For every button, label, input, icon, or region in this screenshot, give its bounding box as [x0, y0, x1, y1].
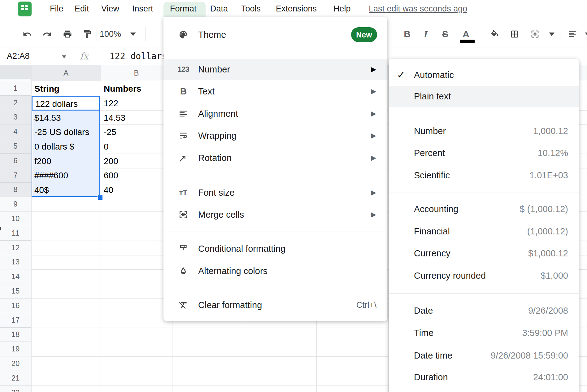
cell-A1[interactable]: String — [32, 81, 100, 96]
cell-B6[interactable]: 200 — [101, 154, 172, 168]
row-header-8[interactable]: 8 — [0, 183, 31, 197]
cell-B3[interactable]: 14.53 — [101, 111, 172, 125]
merge-cells-button[interactable] — [527, 26, 543, 42]
cell-A5[interactable]: 0 dollars $ — [32, 139, 100, 154]
submenu-item-number[interactable]: Number 1,000.12 — [389, 120, 579, 142]
row-header-2[interactable]: 2 — [0, 96, 31, 110]
submenu-item-date-time[interactable]: Date time 9/26/2008 15:59:00 — [389, 345, 579, 366]
menu-extensions[interactable]: Extensions — [276, 0, 317, 18]
menu-item-alignment[interactable]: Alignment ▶ — [163, 103, 387, 124]
menu-file[interactable]: File — [50, 0, 63, 18]
submenu-item-percent[interactable]: Percent 10.12% — [389, 142, 579, 163]
menu-tools[interactable]: Tools — [241, 0, 261, 18]
cell-B5[interactable]: 0 — [101, 139, 172, 154]
row-header-10[interactable]: 10 — [0, 211, 31, 226]
menu-edit[interactable]: Edit — [75, 0, 89, 18]
row-header-21[interactable]: 21 — [0, 371, 31, 385]
submenu-item-label: Currency — [414, 248, 450, 259]
menu-item-text[interactable]: B Text ▶ — [163, 81, 387, 102]
row-header-20[interactable]: 20 — [0, 356, 31, 371]
fill-handle[interactable] — [98, 195, 103, 200]
name-box[interactable]: A2:A8 — [7, 47, 30, 65]
row-header-14[interactable]: 14 — [0, 269, 31, 284]
cell-A7[interactable]: ####600 — [32, 168, 100, 183]
fill-color-button[interactable] — [487, 26, 503, 42]
cell-B7[interactable]: 600 — [101, 168, 172, 183]
menu-item-merge-cells[interactable]: Merge cells ▶ — [163, 204, 387, 225]
row-header-7[interactable]: 7 — [0, 168, 31, 183]
redo-button[interactable] — [39, 26, 55, 42]
row-header-12[interactable]: 12 — [0, 241, 31, 255]
column-header-b[interactable]: B — [101, 65, 172, 81]
cell-B2[interactable]: 122 — [101, 96, 172, 111]
cell-A3[interactable]: $14.53 — [32, 111, 100, 125]
last-edit-status[interactable]: Last edit was seconds ago — [369, 0, 467, 18]
format-example: 10.12% — [538, 148, 568, 158]
chevron-down-icon — [585, 33, 587, 36]
merge-dropdown-button[interactable] — [544, 26, 560, 42]
menu-item-number[interactable]: 123 Number ▶ — [163, 59, 387, 80]
zoom-dropdown-button[interactable] — [125, 26, 141, 42]
row-header-11[interactable]: 11 — [0, 226, 31, 241]
column-header-a[interactable]: A — [31, 65, 101, 81]
name-box-dropdown[interactable] — [62, 54, 66, 59]
menu-view[interactable]: View — [101, 0, 119, 18]
strikethrough-button[interactable]: S — [437, 26, 453, 42]
menu-help[interactable]: Help — [333, 0, 351, 18]
submenu-item-date[interactable]: Date 9/26/2008 — [389, 300, 579, 321]
formula-input[interactable]: 122 dollars — [110, 47, 167, 65]
italic-button[interactable]: I — [418, 26, 434, 42]
align-dropdown-button[interactable] — [580, 26, 587, 42]
menu-item-rotation[interactable]: Rotation ▶ — [163, 147, 387, 168]
menu-item-conditional-formatting[interactable]: Conditional formatting — [163, 238, 387, 259]
cell-A2-active-text[interactable]: 122 dollars — [33, 97, 99, 111]
row-header-22[interactable]: 22 — [0, 385, 31, 392]
submenu-item-plain-text[interactable]: Plain text — [389, 86, 579, 107]
row-header-16[interactable]: 16 — [0, 298, 31, 313]
row-header-1[interactable]: 1 — [0, 81, 31, 96]
submenu-item-time[interactable]: Time 3:59:00 PM — [389, 322, 579, 343]
sheets-logo-icon[interactable] — [18, 2, 32, 16]
row-header-4[interactable]: 4 — [0, 124, 31, 139]
menu-item-alternating-colors[interactable]: Alternating colors — [163, 260, 387, 281]
row-header-3[interactable]: 3 — [0, 110, 31, 125]
zoom-select[interactable]: 100% — [100, 26, 121, 42]
row-header-13[interactable]: 13 — [0, 255, 31, 270]
menu-data[interactable]: Data — [210, 0, 228, 18]
borders-button[interactable] — [507, 26, 523, 42]
menu-insert[interactable]: Insert — [132, 0, 153, 18]
font-size-icon: ᴛT — [176, 186, 190, 199]
menu-item-wrapping[interactable]: Wrapping ▶ — [163, 125, 387, 146]
submenu-item-scientific[interactable]: Scientific 1.01E+03 — [389, 165, 579, 186]
horizontal-align-button[interactable] — [565, 26, 581, 42]
submenu-item-automatic[interactable]: ✓ Automatic — [389, 64, 579, 85]
paint-format-button[interactable] — [79, 26, 95, 42]
print-button[interactable] — [59, 26, 76, 42]
submenu-item-accounting[interactable]: Accounting $ (1,000.12) — [389, 198, 579, 220]
bold-button[interactable]: B — [399, 26, 415, 42]
select-all-corner[interactable] — [0, 65, 31, 79]
cell-A6[interactable]: f200 — [32, 154, 100, 168]
submenu-item-currency[interactable]: Currency $1,000.12 — [389, 243, 579, 264]
row-header-15[interactable]: 15 — [0, 284, 31, 298]
cell-A4[interactable]: -25 US dollars — [32, 125, 100, 139]
cell-B8[interactable]: 40 — [101, 183, 172, 197]
row-header-9[interactable]: 9 — [0, 197, 31, 211]
menu-item-font-size[interactable]: ᴛT Font size ▶ — [163, 182, 387, 203]
menu-item-clear-formatting[interactable]: Clear formatting Ctrl+\ — [163, 294, 387, 316]
cell-B1[interactable]: Numbers — [101, 81, 172, 96]
cell-A8[interactable]: 40$ — [32, 183, 100, 197]
row-header-19[interactable]: 19 — [0, 342, 31, 356]
submenu-item-currency-rounded[interactable]: Currency rounded $1,000 — [389, 265, 579, 286]
cell-B4[interactable]: -25 — [101, 125, 172, 139]
menu-item-theme[interactable]: Theme New — [163, 24, 387, 45]
undo-button[interactable] — [19, 26, 35, 42]
row-header-6[interactable]: 6 — [0, 154, 31, 168]
row-header-18[interactable]: 18 — [0, 328, 31, 342]
submenu-item-financial[interactable]: Financial (1,000.12) — [389, 221, 579, 242]
menu-format[interactable]: Format — [170, 0, 197, 18]
row-header-5[interactable]: 5 — [0, 139, 31, 154]
menu-item-label: Rotation — [198, 153, 232, 163]
row-header-17[interactable]: 17 — [0, 313, 31, 328]
submenu-item-duration[interactable]: Duration 24:01:00 — [389, 367, 579, 388]
